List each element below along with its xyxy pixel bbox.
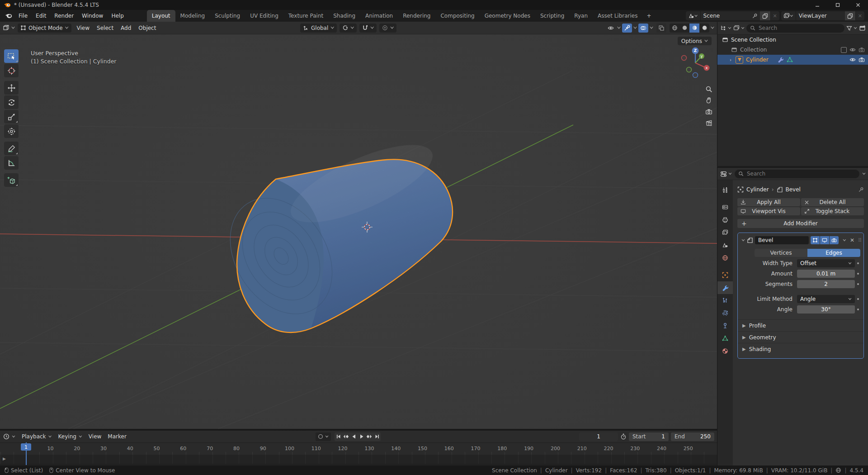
workspace-tab-scripting[interactable]: Scripting — [535, 10, 569, 22]
viewport-menu-add[interactable]: Add — [117, 25, 135, 31]
add-modifier-button[interactable]: + Add Modifier — [737, 219, 864, 228]
workspace-tab-layout[interactable]: Layout — [147, 10, 175, 22]
cursor-tool[interactable] — [4, 64, 19, 77]
viewlayer-new-button[interactable] — [845, 11, 856, 20]
maximize-button[interactable] — [827, 0, 848, 10]
transform-tool[interactable] — [4, 124, 19, 138]
camera-view-control[interactable] — [705, 108, 712, 115]
angle-field[interactable]: 30° — [797, 305, 855, 314]
object-visibility-dropdown[interactable] — [606, 24, 616, 33]
cylinder-object[interactable] — [209, 130, 466, 342]
overlays-toggle[interactable] — [638, 24, 648, 33]
viewport-menu-select[interactable]: Select — [93, 25, 117, 31]
viewlayer-delete-button[interactable]: ✕ — [856, 13, 864, 19]
realtime-display-toggle[interactable] — [820, 236, 829, 244]
animate-dot[interactable] — [855, 273, 861, 275]
annotate-tool[interactable] — [4, 142, 19, 155]
scene-name[interactable]: Scene — [701, 13, 750, 19]
new-collection-button[interactable] — [859, 25, 866, 32]
xray-toggle[interactable] — [656, 24, 666, 33]
affect-vertices-button[interactable]: Vertices — [755, 249, 807, 257]
toggle-stack-button[interactable]: Toggle Stack — [801, 207, 864, 215]
outliner-row-cylinder[interactable]: › Cylinder — [717, 55, 868, 65]
workspace-tab-geometry-nodes[interactable]: Geometry Nodes — [480, 10, 535, 22]
animate-dot[interactable] — [855, 262, 861, 264]
current-frame-field[interactable]: 1 — [579, 432, 618, 441]
animate-dot[interactable] — [855, 283, 861, 285]
modifier-remove-button[interactable]: ✕ — [848, 237, 856, 243]
workspace-tab-texture-paint[interactable]: Texture Paint — [283, 10, 328, 22]
properties-search[interactable] — [735, 170, 859, 178]
next-keyframe-button[interactable] — [365, 432, 373, 441]
workspace-tab-uv-editing[interactable]: UV Editing — [245, 10, 283, 22]
tab-material[interactable] — [717, 345, 733, 357]
editor-type-button[interactable] — [0, 24, 18, 31]
workspace-tab-asset-libraries[interactable]: Asset Libraries — [593, 10, 642, 22]
workspace-tab-ryan[interactable]: Ryan — [569, 10, 593, 22]
snap-toggle[interactable] — [359, 24, 377, 33]
outliner-filter-id-dropdown[interactable] — [733, 25, 745, 31]
measure-tool[interactable] — [4, 156, 19, 170]
marker-menu[interactable]: Marker — [104, 433, 129, 440]
delete-all-button[interactable]: Delete All — [801, 198, 864, 206]
playback-menu[interactable]: Playback — [19, 433, 55, 440]
scene-pin-button[interactable] — [750, 11, 760, 20]
tab-world[interactable] — [717, 252, 733, 264]
disable-render-camera-icon[interactable] — [859, 47, 865, 53]
add-workspace-button[interactable]: + — [643, 10, 656, 22]
rotate-tool[interactable] — [4, 95, 19, 109]
scale-tool[interactable] — [4, 110, 19, 124]
shading-wireframe-button[interactable] — [670, 24, 679, 33]
end-frame-field[interactable]: End250 — [671, 432, 714, 441]
workspace-tab-rendering[interactable]: Rendering — [398, 10, 435, 22]
viewport-menu-view[interactable]: View — [73, 25, 93, 31]
breadcrumb-modifier[interactable]: Bevel — [786, 186, 801, 193]
tab-particles[interactable] — [717, 294, 733, 307]
scene-browse-button[interactable] — [686, 11, 701, 20]
tab-tool[interactable] — [717, 184, 733, 196]
timeline-ruler[interactable]: 1020304050607080901001101201301401501601… — [0, 443, 717, 455]
timeline-channels[interactable]: ▶ — [0, 455, 717, 464]
jump-to-end-button[interactable] — [373, 432, 381, 441]
workspace-tab-sculpting[interactable]: Sculpting — [210, 10, 245, 22]
hide-eye-icon[interactable] — [849, 47, 856, 53]
tab-physics[interactable] — [717, 307, 733, 319]
width-type-dropdown[interactable]: Offset — [797, 259, 855, 267]
stopwatch-icon[interactable] — [620, 433, 627, 440]
properties-editor-type-button[interactable] — [720, 171, 732, 177]
blender-menu-logo-icon[interactable] — [5, 12, 13, 19]
scene-new-button[interactable] — [760, 11, 771, 20]
add-cube-tool[interactable] — [4, 173, 19, 187]
apply-all-button[interactable]: Apply All — [737, 198, 800, 206]
tab-output[interactable] — [717, 214, 733, 226]
drag-handle[interactable]: ⠿ — [858, 238, 861, 243]
shading-solid-button[interactable] — [679, 24, 689, 33]
animate-dot[interactable] — [855, 298, 861, 300]
menu-edit[interactable]: Edit — [32, 10, 50, 22]
section-shading[interactable]: ▶Shading — [738, 343, 863, 355]
play-reverse-button[interactable] — [350, 432, 358, 441]
pin-icon[interactable] — [858, 187, 864, 193]
minimize-button[interactable] — [807, 0, 827, 10]
render-display-toggle[interactable] — [830, 236, 839, 244]
shading-material-preview-button[interactable] — [689, 24, 699, 33]
viewport-menu-object[interactable]: Object — [135, 25, 160, 31]
start-frame-field[interactable]: Start1 — [629, 432, 669, 441]
editmode-display-toggle[interactable] — [811, 236, 820, 244]
playhead-frame-badge[interactable]: 1 — [21, 443, 31, 451]
hide-eye-icon[interactable] — [849, 57, 856, 63]
properties-search-input[interactable] — [746, 170, 856, 177]
shading-rendered-button[interactable] — [699, 24, 709, 33]
disable-render-camera-icon[interactable] — [859, 57, 865, 63]
tab-scene[interactable] — [717, 239, 733, 252]
nav-gizmo[interactable]: Z x y — [682, 48, 710, 78]
viewlayer-browse-button[interactable] — [781, 11, 796, 20]
view-menu[interactable]: View — [85, 433, 104, 440]
proportional-editing-toggle[interactable] — [379, 24, 396, 33]
outliner-filter-dropdown[interactable] — [846, 25, 857, 31]
tab-data[interactable] — [717, 332, 733, 345]
tab-modifiers[interactable] — [717, 281, 733, 294]
auto-keying-toggle[interactable] — [316, 432, 331, 441]
breadcrumb-object[interactable]: Cylinder — [746, 186, 769, 193]
previous-keyframe-button[interactable] — [342, 432, 350, 441]
